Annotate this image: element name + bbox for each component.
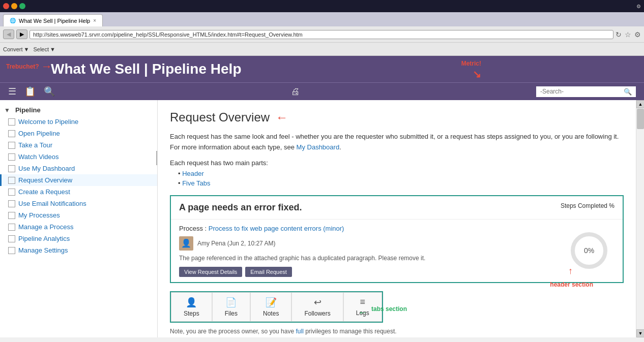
page-icon — [8, 153, 15, 161]
tabs-section: 👤 Steps 📄 Files 📝 Notes ↩ Followers ≡ — [170, 291, 624, 323]
tab-steps-label: Steps — [184, 310, 199, 317]
request-body-left: Process : Process to fix web page conten… — [179, 225, 555, 277]
search-box: 🔍 — [536, 86, 636, 97]
sidebar-item-analytics[interactable]: Pipeline Analytics — [0, 233, 157, 244]
minimize-window-btn[interactable] — [11, 3, 17, 9]
bullet-list: • Header • Five Tabs — [178, 170, 624, 187]
sidebar-item-label: My Processes — [18, 211, 60, 219]
sidebar-item-create[interactable]: Create a Request — [0, 186, 157, 198]
followers-icon: ↩ — [314, 297, 321, 308]
sidebar-item-label: Pipeline Analytics — [18, 235, 70, 242]
url-bar[interactable] — [30, 30, 613, 39]
refresh-icon[interactable]: ↻ — [616, 30, 622, 39]
convert-button[interactable]: Convert ▼ — [3, 46, 29, 52]
menu-icon[interactable]: ☰ — [8, 86, 16, 97]
forward-button[interactable]: ▶ — [16, 29, 27, 39]
scroll-up-btn[interactable]: ▲ — [636, 100, 644, 108]
metric-arrow: ↘ — [473, 68, 481, 80]
page-title-area: Request Overview ← — [170, 110, 624, 125]
tab-title: What We Sell | Pipeline Help — [19, 18, 90, 24]
sidebar-item-tour[interactable]: Take a Tour — [0, 139, 157, 151]
scrollbar-thumb[interactable] — [637, 109, 644, 129]
bookmark-icon[interactable]: 📋 — [24, 86, 36, 97]
sidebar-item-label: Watch Videos — [18, 153, 59, 161]
bullet-five-tabs-link[interactable]: Five Tabs — [182, 179, 210, 187]
dashboard-link[interactable]: My Dashboard — [297, 143, 340, 151]
settings-icon: ⚙ — [636, 4, 641, 9]
tab-favicon: 🌐 — [10, 18, 16, 23]
search-input[interactable] — [540, 88, 622, 95]
page-icon — [8, 130, 15, 137]
author-avatar: 👤 — [179, 236, 193, 251]
request-title-area: A page needs an error fixed. — [179, 202, 302, 213]
process-link[interactable]: Process to fix web page content errors (… — [209, 225, 344, 232]
page-icon — [8, 177, 15, 184]
trebuchet-annotation: Trebuchet? → — [6, 60, 52, 73]
sidebar-item-label: Welcome to Pipeline — [18, 118, 78, 126]
sidebar-item-dashboard[interactable]: Use My Dashboard — [0, 163, 157, 174]
process-label: Process : Process to fix web page conten… — [179, 225, 555, 232]
sidebar-item-videos[interactable]: Watch Videos — [0, 151, 157, 163]
back-button[interactable]: ◀ — [3, 29, 14, 39]
close-window-btn[interactable] — [3, 3, 9, 9]
tabs-row: 👤 Steps 📄 Files 📝 Notes ↩ Followers ≡ — [170, 291, 383, 323]
sidebar-category-pipeline[interactable]: ▼ Pipeline — [0, 104, 157, 116]
sidebar-item-manage-process[interactable]: Manage a Process — [0, 221, 157, 233]
maximize-window-btn[interactable] — [19, 3, 25, 9]
sidebar-item-label: Take a Tour — [18, 141, 52, 149]
sidebar-item-email-notif[interactable]: Use Email Notifications — [0, 198, 157, 209]
print-icon-area: 🖨 — [63, 86, 528, 97]
search-submit-icon[interactable]: 🔍 — [624, 88, 632, 96]
process-prefix: Process : — [179, 225, 209, 232]
page-icon — [8, 189, 15, 196]
window-controls — [3, 3, 25, 9]
bullet-header-link[interactable]: Header — [182, 170, 204, 177]
page-icon — [8, 235, 15, 242]
sidebar-item-open-pipeline[interactable]: Open Pipeline — [0, 128, 157, 139]
print-icon[interactable]: 🖨 — [291, 86, 300, 97]
tab-close-btn[interactable]: × — [93, 18, 96, 23]
tab-followers[interactable]: ↩ Followers — [291, 292, 343, 322]
sidebar-item-welcome[interactable]: Welcome to Pipeline — [0, 116, 157, 128]
view-request-btn[interactable]: View Request Details — [179, 267, 242, 277]
nav-icons: ↻ ☆ ⚙ — [616, 30, 641, 39]
sidebar-item-label: Manage a Process — [18, 223, 73, 231]
email-request-btn[interactable]: Email Request — [245, 267, 292, 277]
sidebar-item-label: Use My Dashboard — [18, 165, 75, 172]
notes-icon: 📝 — [266, 297, 277, 308]
bullet-header: • Header — [178, 170, 624, 177]
full-privileges-link[interactable]: full — [296, 328, 303, 335]
scroll-down-btn[interactable]: ▼ — [636, 329, 644, 337]
tab-files-label: Files — [225, 310, 238, 317]
star-icon[interactable]: ☆ — [625, 30, 631, 39]
page-icon — [8, 142, 15, 149]
title-bar: ⚙ — [0, 0, 644, 12]
select-button[interactable]: Select ▼ — [33, 46, 55, 52]
sidebar-item-label: Open Pipeline — [18, 130, 60, 137]
tab-notes[interactable]: 📝 Notes — [250, 292, 291, 322]
sidebar-item-label: Create a Request — [18, 188, 70, 196]
tabs-annotation-arrow: ← — [358, 307, 367, 318]
sidebar-item-my-processes[interactable]: My Processes — [0, 209, 157, 221]
metric-annotation: Metric! ↘ — [461, 60, 481, 80]
content-area: Request Overview ← Each request has the … — [158, 100, 636, 337]
request-card-body: Process : Process to fix web page conten… — [171, 220, 623, 282]
settings-icon[interactable]: ⚙ — [634, 30, 641, 39]
progress-circle: 0% — [569, 230, 609, 271]
page-icon — [8, 212, 15, 219]
search-icon[interactable]: 🔍 — [44, 86, 55, 97]
active-tab[interactable]: 🌐 What We Sell | Pipeline Help × — [3, 14, 103, 26]
request-card-header: A page needs an error fixed. Steps Compl… — [171, 196, 623, 220]
sidebar-item-request-overview[interactable]: Request Overview — [0, 174, 157, 186]
tab-steps[interactable]: 👤 Steps — [171, 292, 212, 322]
steps-completed-label: Steps Completed % — [561, 202, 614, 209]
sidebar-item-settings[interactable]: Manage Settings — [0, 244, 157, 256]
tabs-annotation-label: tabs section — [371, 305, 407, 313]
convert-label: Convert — [3, 46, 23, 52]
request-card: A page needs an error fixed. Steps Compl… — [170, 195, 624, 283]
header-annotation-label: header section — [550, 281, 593, 288]
request-description: The page referenced in the attached grap… — [179, 255, 555, 262]
tab-files[interactable]: 📄 Files — [212, 292, 250, 322]
request-title: A page needs an error fixed. — [179, 202, 302, 213]
page-icon — [8, 200, 15, 207]
